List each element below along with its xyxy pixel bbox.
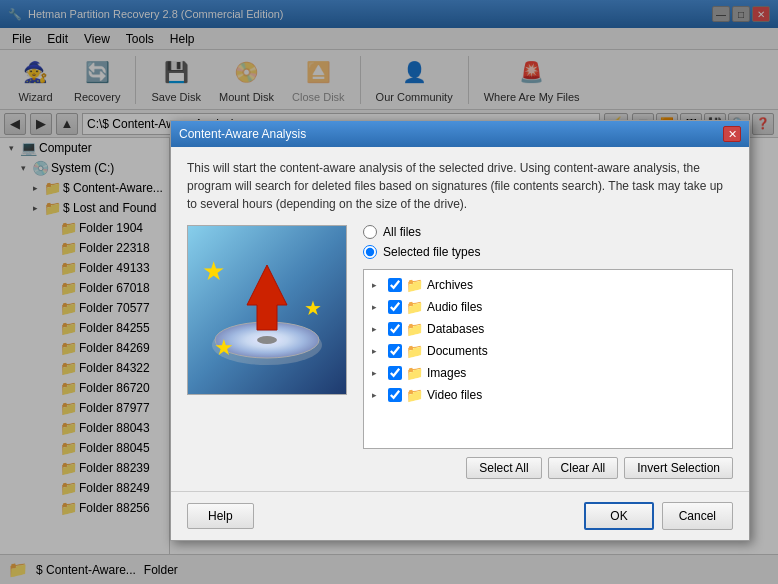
radio-selected-input[interactable]: [363, 245, 377, 259]
dialog-description: This will start the content-aware analys…: [187, 159, 733, 213]
dialog: Content-Aware Analysis ✕ This will start…: [170, 120, 750, 541]
ft-audio-icon: 📁: [406, 299, 423, 315]
dialog-overlay: Content-Aware Analysis ✕ This will start…: [0, 0, 778, 584]
ft-video-label: Video files: [427, 388, 482, 402]
ft-video[interactable]: ▸ 📁 Video files: [368, 384, 728, 406]
ft-archives-check[interactable]: [388, 278, 402, 292]
dialog-title-text: Content-Aware Analysis: [179, 127, 306, 141]
dialog-image: ★ ★ ★: [187, 225, 347, 395]
cancel-button[interactable]: Cancel: [662, 502, 733, 530]
ft-expand-arrow: ▸: [372, 368, 384, 378]
svg-point-2: [257, 336, 277, 344]
ft-images-label: Images: [427, 366, 466, 380]
dialog-main-footer: Help OK Cancel: [171, 491, 749, 540]
radio-all-files[interactable]: All files: [363, 225, 733, 239]
ft-images-icon: 📁: [406, 365, 423, 381]
ft-video-icon: 📁: [406, 387, 423, 403]
svg-marker-3: [247, 265, 287, 330]
ok-button[interactable]: OK: [584, 502, 653, 530]
ft-expand-arrow: ▸: [372, 346, 384, 356]
disk-illustration-svg: ★ ★ ★: [192, 225, 342, 395]
dialog-body: This will start the content-aware analys…: [171, 147, 749, 491]
ft-documents[interactable]: ▸ 📁 Documents: [368, 340, 728, 362]
ft-expand-arrow: ▸: [372, 302, 384, 312]
ft-documents-icon: 📁: [406, 343, 423, 359]
ok-cancel-buttons: OK Cancel: [584, 502, 733, 530]
ft-images[interactable]: ▸ 📁 Images: [368, 362, 728, 384]
ft-audio[interactable]: ▸ 📁 Audio files: [368, 296, 728, 318]
radio-selected-types[interactable]: Selected file types: [363, 245, 733, 259]
radio-selected-label: Selected file types: [383, 245, 480, 259]
ft-expand-arrow: ▸: [372, 280, 384, 290]
ft-expand-arrow: ▸: [372, 324, 384, 334]
ft-documents-label: Documents: [427, 344, 488, 358]
ft-audio-label: Audio files: [427, 300, 482, 314]
svg-text:★: ★: [214, 335, 234, 360]
dialog-content: ★ ★ ★ All files Se: [187, 225, 733, 479]
ft-databases-check[interactable]: [388, 322, 402, 336]
dialog-title-bar: Content-Aware Analysis ✕: [171, 121, 749, 147]
ft-archives-icon: 📁: [406, 277, 423, 293]
file-types-list: ▸ 📁 Archives ▸ 📁 Audio files ▸: [363, 269, 733, 449]
ft-databases-icon: 📁: [406, 321, 423, 337]
invert-selection-button[interactable]: Invert Selection: [624, 457, 733, 479]
select-all-button[interactable]: Select All: [466, 457, 541, 479]
ft-databases[interactable]: ▸ 📁 Databases: [368, 318, 728, 340]
ft-documents-check[interactable]: [388, 344, 402, 358]
ft-images-check[interactable]: [388, 366, 402, 380]
svg-text:★: ★: [202, 256, 225, 286]
dialog-footer-buttons: Select All Clear All Invert Selection: [363, 457, 733, 479]
svg-text:★: ★: [304, 297, 322, 319]
help-button[interactable]: Help: [187, 503, 254, 529]
dialog-right: All files Selected file types ▸ 📁: [363, 225, 733, 479]
dialog-close-button[interactable]: ✕: [723, 126, 741, 142]
radio-all-input[interactable]: [363, 225, 377, 239]
ft-video-check[interactable]: [388, 388, 402, 402]
ft-expand-arrow: ▸: [372, 390, 384, 400]
ft-databases-label: Databases: [427, 322, 484, 336]
ft-archives[interactable]: ▸ 📁 Archives: [368, 274, 728, 296]
ft-archives-label: Archives: [427, 278, 473, 292]
radio-group: All files Selected file types: [363, 225, 733, 259]
radio-all-label: All files: [383, 225, 421, 239]
clear-button[interactable]: Clear All: [548, 457, 619, 479]
ft-audio-check[interactable]: [388, 300, 402, 314]
